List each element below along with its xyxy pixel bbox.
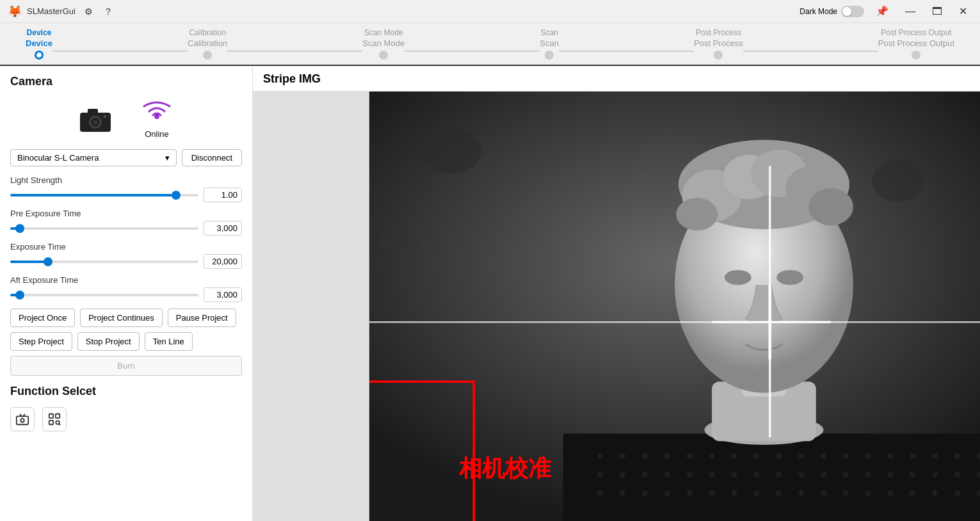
stop-project-button[interactable]: Stop Project [77, 332, 140, 351]
wizard-dot-scan [545, 51, 554, 60]
camera-type-dropdown[interactable]: Binocular S-L Camera ▾ [10, 149, 177, 166]
action-buttons-row2: Step Project Stop Project Ten Line [10, 332, 242, 351]
svg-point-85 [776, 270, 803, 285]
svg-point-23 [687, 453, 693, 459]
svg-point-42 [709, 472, 714, 477]
svg-point-21 [642, 453, 648, 459]
main-content: Camera [0, 66, 980, 521]
svg-point-48 [843, 472, 849, 477]
svg-point-39 [642, 472, 648, 477]
dropdown-chevron-icon: ▾ [165, 153, 170, 163]
svg-rect-10 [56, 414, 60, 418]
wizard-dot-postprocessoutput [912, 51, 920, 60]
wizard-step-postprocess-bottom: Post Process [694, 38, 743, 48]
light-strength-thumb[interactable] [172, 191, 181, 200]
wizard-connector-4 [559, 51, 694, 52]
svg-point-47 [821, 472, 826, 477]
svg-point-25 [731, 453, 737, 459]
svg-line-13 [59, 424, 60, 425]
pin-button[interactable]: 📌 [871, 4, 894, 19]
title-bar-left: 🦊 SLMasterGui ⚙ ? [8, 4, 115, 19]
function-camera-button[interactable] [10, 407, 35, 431]
pre-exposure-time-slider-wrapper [10, 222, 198, 235]
app-title: SLMasterGui [27, 6, 76, 16]
aft-exposure-time-thumb[interactable] [15, 291, 24, 300]
svg-point-82 [808, 188, 853, 225]
svg-point-35 [954, 453, 960, 459]
svg-point-16 [872, 160, 924, 202]
camera-svg-icon [77, 102, 113, 134]
exposure-time-value[interactable] [204, 254, 242, 269]
pre-exposure-time-value[interactable] [204, 221, 242, 236]
wizard-step-calibration-top: Calibration [189, 28, 225, 37]
project-continues-button[interactable]: Project Continues [80, 309, 163, 327]
svg-point-19 [597, 453, 603, 459]
svg-point-31 [865, 453, 871, 459]
svg-point-63 [776, 490, 782, 496]
light-strength-track [10, 194, 198, 196]
online-label: Online [145, 129, 169, 139]
svg-point-30 [843, 453, 849, 459]
ten-line-button[interactable]: Ten Line [145, 332, 193, 351]
toggle-knob [842, 7, 851, 16]
svg-point-71 [954, 490, 960, 496]
wizard-step-postprocess[interactable]: Post Process Post Process [694, 28, 743, 60]
function-scan-button[interactable] [42, 407, 67, 431]
settings-button[interactable]: ⚙ [81, 5, 97, 18]
wizard-step-device[interactable]: Device Device [26, 28, 52, 60]
svg-point-32 [887, 453, 893, 459]
svg-point-40 [664, 472, 670, 477]
exposure-time-thumb[interactable] [44, 257, 52, 266]
close-button[interactable]: ✕ [954, 4, 972, 19]
aft-exposure-time-value[interactable] [204, 287, 242, 302]
exposure-time-slider-wrapper [10, 255, 198, 268]
svg-point-28 [798, 453, 804, 459]
light-strength-value[interactable] [204, 188, 242, 202]
wizard-step-calibration[interactable]: Calibration Calibration [188, 28, 227, 60]
exposure-time-control: Exposure Time [10, 242, 242, 269]
burn-button: Burn [10, 356, 242, 376]
disconnect-button[interactable]: Disconnect [182, 149, 242, 166]
minimize-button[interactable]: — [900, 4, 920, 19]
light-strength-fill [10, 194, 176, 196]
step-project-button[interactable]: Step Project [10, 332, 72, 351]
svg-rect-11 [49, 421, 53, 424]
wizard-connector-1 [52, 51, 188, 52]
function-scan-icon [47, 412, 61, 426]
svg-point-84 [725, 270, 751, 285]
wizard-connector-5 [743, 51, 878, 52]
svg-rect-9 [49, 414, 53, 418]
svg-point-27 [776, 453, 782, 459]
svg-point-60 [709, 490, 714, 496]
camera-dropdown-row: Binocular S-L Camera ▾ Disconnect [10, 149, 242, 166]
stripe-img-title: Stripe IMG [253, 66, 980, 92]
wizard-step-scan[interactable]: Scan Scan [540, 28, 559, 60]
image-area: 相机校准 [253, 92, 980, 521]
wizard-connector-2 [227, 51, 362, 52]
wizard-step-scan-top: Scan [540, 28, 558, 37]
pre-exposure-time-slider-row [10, 221, 242, 236]
svg-rect-1 [88, 109, 98, 114]
svg-point-26 [753, 453, 759, 459]
svg-point-83 [676, 198, 718, 230]
svg-point-17 [381, 225, 418, 255]
svg-point-70 [932, 490, 938, 496]
dark-mode-toggle[interactable] [841, 6, 864, 17]
svg-point-49 [865, 472, 871, 477]
help-button[interactable]: ? [102, 5, 115, 18]
svg-point-68 [887, 490, 893, 496]
light-strength-slider-row [10, 188, 242, 202]
svg-point-20 [620, 453, 625, 459]
pre-exposure-time-track [10, 227, 198, 230]
pre-exposure-time-thumb[interactable] [15, 224, 24, 233]
pause-project-button[interactable]: Pause Project [168, 309, 236, 327]
wizard-step-postprocessoutput[interactable]: Post Process Output Post Process Output [878, 28, 954, 60]
camera-icon-block [77, 102, 113, 134]
dark-mode-toggle-container: Dark Mode [799, 6, 864, 17]
camera-icons-row: Online [10, 97, 242, 139]
wizard-dot-scanmode [379, 51, 388, 60]
wizard-step-scanmode[interactable]: Scan Mode Scan Mode [362, 28, 405, 60]
maximize-button[interactable]: 🗖 [927, 4, 947, 19]
wizard-step-postprocessoutput-bottom: Post Process Output [878, 38, 954, 48]
project-once-button[interactable]: Project Once [10, 309, 75, 327]
